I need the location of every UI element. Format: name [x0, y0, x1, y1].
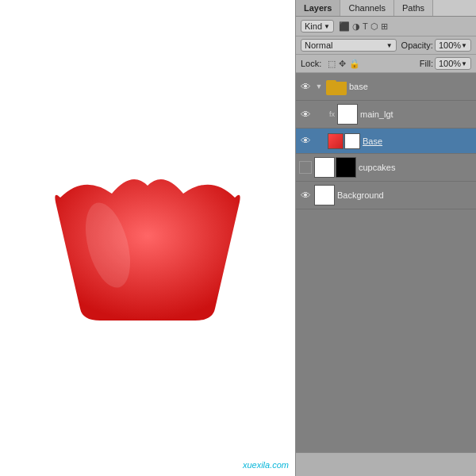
layers-panel: Layers Channels Paths Kind ▼ ⬛ ◑ T ⬡ ⊞ N…: [295, 0, 476, 476]
lock-label: Lock:: [301, 59, 321, 68]
cupcake-illustration: [36, 150, 259, 324]
layer-thumbnail-cupcakes-mask: [336, 157, 356, 178]
kind-dropdown-arrow: ▼: [324, 23, 330, 30]
blend-mode-label: Normal: [305, 40, 332, 50]
visibility-eye-main-lgt[interactable]: 👁: [299, 108, 312, 121]
shape-filter-icon[interactable]: ⬡: [370, 21, 378, 32]
expand-icon-base[interactable]: ▼: [314, 82, 324, 91]
adjustment-filter-icon[interactable]: ◑: [352, 21, 360, 32]
thumb-wrapper-base-layer: [328, 133, 360, 149]
visibility-eye-base[interactable]: 👁: [299, 80, 312, 93]
thumb-black-cupcakes: [336, 157, 355, 178]
thumb-white-cupcakes: [315, 158, 334, 177]
opacity-arrow: ▼: [461, 42, 467, 49]
opacity-value: 100%: [439, 40, 461, 50]
layer-item-main-lgt[interactable]: 👁 fx main_lgt: [296, 101, 476, 129]
layer-item-base-layer[interactable]: 👁 Base: [296, 129, 476, 154]
tab-channels[interactable]: Channels: [340, 0, 393, 16]
pixel-filter-icon[interactable]: ⬛: [339, 21, 350, 32]
layer-thumbnail-base: [326, 76, 347, 97]
thumb-white-background: [315, 186, 334, 205]
watermark: xuexila.com: [243, 460, 289, 470]
layer-name-background: Background: [337, 190, 473, 200]
visibility-eye-cupcakes[interactable]: [299, 161, 312, 174]
visibility-eye-background[interactable]: 👁: [299, 189, 312, 202]
kind-select[interactable]: Kind ▼: [301, 20, 334, 33]
fill-input[interactable]: 100% ▼: [435, 57, 471, 70]
fill-arrow: ▼: [461, 60, 467, 67]
opacity-input[interactable]: 100% ▼: [435, 39, 471, 52]
layer-thumbnail-cupcakes-main: [314, 157, 335, 178]
layer-thumbnail-background: [314, 185, 335, 205]
tab-paths[interactable]: Paths: [394, 0, 433, 16]
canvas-area: xuexila.com: [0, 0, 295, 476]
lock-icons: ⬚ ✥ 🔒: [328, 59, 360, 69]
blend-row: Normal ▼ Opacity: 100% ▼: [296, 36, 476, 55]
opacity-group: Opacity: 100% ▼: [401, 39, 471, 52]
panel-bottom: [296, 452, 476, 476]
fx-badge-main-lgt: fx: [329, 110, 335, 118]
canvas-shape: [36, 150, 259, 327]
thumb-red-base-layer: [328, 133, 344, 149]
lock-pixels-icon[interactable]: ⬚: [328, 59, 336, 69]
layer-name-base: base: [349, 82, 473, 91]
tab-layers[interactable]: Layers: [296, 0, 340, 16]
lock-all-icon[interactable]: 🔒: [349, 59, 360, 69]
fill-value: 100%: [439, 59, 461, 68]
folder-icon-base: [326, 78, 347, 95]
opacity-label: Opacity:: [401, 40, 433, 50]
layer-item-background[interactable]: 👁 Background: [296, 182, 476, 209]
layer-name-base-layer: Base: [363, 136, 473, 146]
fill-group: Fill: 100% ▼: [420, 57, 471, 70]
thumb-wrapper-cupcakes: [314, 157, 356, 178]
blend-dropdown-arrow: ▼: [386, 42, 393, 49]
blend-mode-select[interactable]: Normal ▼: [301, 39, 397, 52]
layer-thumbnail-main-lgt: [337, 104, 358, 125]
smartobj-filter-icon[interactable]: ⊞: [381, 21, 388, 32]
panel-tabs: Layers Channels Paths: [296, 0, 476, 17]
layer-item-cupcakes[interactable]: cupcakes: [296, 154, 476, 182]
kind-label: Kind: [305, 21, 322, 31]
layer-name-main-lgt: main_lgt: [360, 109, 473, 119]
layers-list: 👁 ▼ base 👁 fx main_lgt 👁 Base: [296, 73, 476, 452]
layer-name-cupcakes: cupcakes: [359, 163, 473, 172]
layer-item-base[interactable]: 👁 ▼ base: [296, 73, 476, 101]
fill-label: Fill:: [420, 59, 433, 68]
kind-row: Kind ▼ ⬛ ◑ T ⬡ ⊞: [296, 17, 476, 36]
lock-position-icon[interactable]: ✥: [339, 59, 346, 69]
type-filter-icon[interactable]: T: [363, 21, 368, 32]
kind-icons: ⬛ ◑ T ⬡ ⊞: [339, 21, 388, 32]
thumb-white-main-lgt: [338, 105, 357, 124]
thumb-white-base-layer: [344, 133, 360, 149]
lock-row: Lock: ⬚ ✥ 🔒 Fill: 100% ▼: [296, 55, 476, 73]
visibility-eye-base-layer[interactable]: 👁: [299, 135, 312, 148]
